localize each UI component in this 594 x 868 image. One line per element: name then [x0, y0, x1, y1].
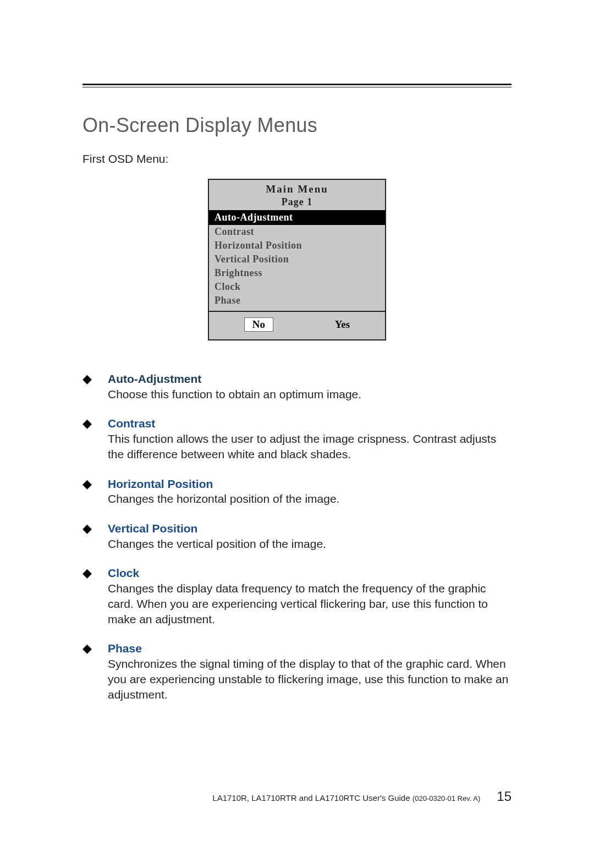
intro-text: First OSD Menu:	[82, 152, 512, 166]
diamond-bullet-icon: ◆	[82, 521, 108, 551]
definition-item: ◆ Contrast This function allows the user…	[82, 416, 512, 462]
osd-item-selected: Auto-Adjustment	[209, 210, 385, 225]
osd-actions: No Yes	[209, 312, 385, 339]
osd-item: Horizontal Position	[209, 239, 385, 252]
osd-illustration: Main Menu Page 1 Auto-Adjustment Contras…	[82, 179, 512, 340]
definition-body: Synchronizes the signal timing of the di…	[108, 657, 508, 700]
manual-page: On-Screen Display Menus First OSD Menu: …	[0, 0, 594, 868]
osd-page-label: Page 1	[209, 196, 385, 210]
definition-title: Vertical Position	[108, 522, 197, 535]
section-heading: On-Screen Display Menus	[82, 114, 512, 137]
definition-item: ◆ Phase Synchronizes the signal timing o…	[82, 641, 512, 702]
definition-item: ◆ Clock Changes the display data frequen…	[82, 565, 512, 627]
footer-page-number: 15	[497, 789, 512, 804]
definition-item: ◆ Auto-Adjustment Choose this function t…	[82, 371, 512, 402]
definition-title: Phase	[108, 642, 142, 655]
osd-item: Phase	[209, 294, 385, 307]
footer-doc-code: (020-0320-01 Rev. A)	[413, 794, 480, 803]
osd-item: Brightness	[209, 266, 385, 280]
osd-item: Contrast	[209, 225, 385, 239]
definition-title: Contrast	[108, 417, 155, 430]
definition-body: Changes the display data frequency to ma…	[108, 582, 488, 625]
diamond-bullet-icon: ◆	[82, 416, 108, 462]
definition-title: Auto-Adjustment	[108, 372, 201, 385]
diamond-bullet-icon: ◆	[82, 476, 108, 507]
definition-item: ◆ Horizontal Position Changes the horizo…	[82, 476, 512, 507]
diamond-bullet-icon: ◆	[82, 641, 108, 702]
definition-body: Changes the vertical position of the ima…	[108, 537, 326, 550]
page-footer: LA1710R, LA1710RTR and LA1710RTC User's …	[82, 789, 512, 804]
osd-yes-option: Yes	[335, 318, 350, 331]
osd-title: Main Menu	[209, 180, 385, 196]
definition-body: This function allows the user to adjust …	[108, 432, 496, 460]
osd-panel: Main Menu Page 1 Auto-Adjustment Contras…	[208, 179, 386, 340]
definition-list: ◆ Auto-Adjustment Choose this function t…	[82, 371, 512, 702]
definition-title: Clock	[108, 567, 139, 579]
osd-item: Vertical Position	[209, 252, 385, 266]
diamond-bullet-icon: ◆	[82, 565, 108, 627]
osd-item: Clock	[209, 280, 385, 294]
osd-no-option: No	[244, 317, 273, 332]
top-rule	[82, 84, 512, 87]
diamond-bullet-icon: ◆	[82, 371, 108, 402]
definition-item: ◆ Vertical Position Changes the vertical…	[82, 521, 512, 551]
definition-body: Choose this function to obtain an optimu…	[108, 388, 361, 400]
definition-body: Changes the horizontal position of the i…	[108, 492, 339, 505]
definition-title: Horizontal Position	[108, 477, 213, 490]
footer-guide-name: LA1710R, LA1710RTR and LA1710RTC User's …	[212, 793, 410, 803]
